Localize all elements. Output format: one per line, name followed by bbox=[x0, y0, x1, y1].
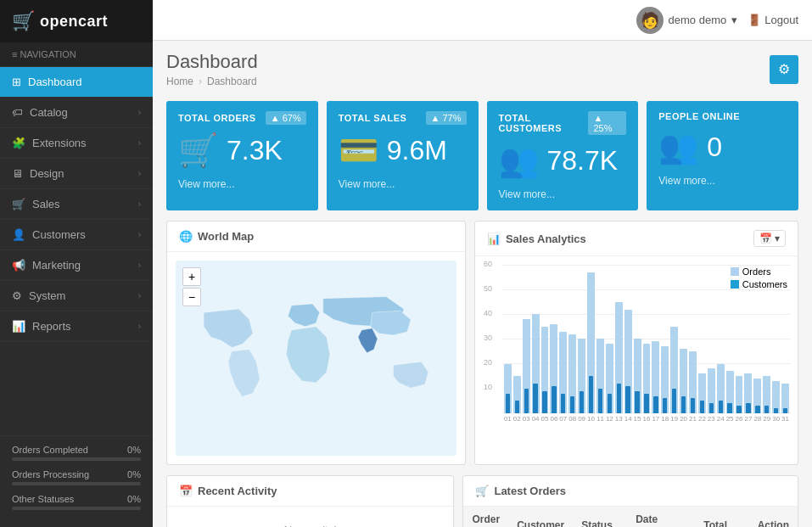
orders-table-head: Order IDCustomerStatusDate AddedTotalAct… bbox=[463, 507, 798, 527]
stat-card-title-people-online: PEOPLE ONLINE bbox=[658, 111, 740, 121]
chart-x-label-25: 26 bbox=[736, 415, 743, 423]
sidebar-item-customers[interactable]: 👤 Customers › bbox=[0, 220, 153, 250]
latest-orders-table-container: Order IDCustomerStatusDate AddedTotalAct… bbox=[463, 507, 798, 527]
sidebar-item-system[interactable]: ⚙ System › bbox=[0, 281, 153, 311]
breadcrumb: Home › Dashboard bbox=[166, 76, 258, 87]
breadcrumb-home[interactable]: Home bbox=[166, 76, 193, 87]
catalog-icon: 🏷 bbox=[12, 106, 23, 119]
stat-card-header-total-sales: TOTAL SALES ▲ 77% bbox=[339, 111, 467, 125]
bar-group-20 bbox=[689, 265, 697, 413]
username: demo demo bbox=[669, 14, 727, 26]
bar-group-24 bbox=[726, 265, 734, 413]
bar-customers-4 bbox=[542, 391, 546, 413]
chart-y-label-1: 50 bbox=[484, 284, 492, 293]
logout-label: Logout bbox=[764, 14, 798, 26]
stat-card-footer-people-online: View more... bbox=[658, 174, 787, 187]
bar-customers-27 bbox=[755, 406, 759, 413]
bar-customers-28 bbox=[764, 406, 769, 413]
breadcrumb-sep: › bbox=[199, 76, 202, 87]
sidebar-item-reports[interactable]: 📊 Reports › bbox=[0, 311, 153, 342]
stat-card-body-total-customers: 👥 78.7K bbox=[499, 142, 627, 179]
sidebar-item-marketing[interactable]: 📢 Marketing › bbox=[0, 250, 153, 281]
stat-card-icon-total-orders: 🛒 bbox=[178, 132, 218, 169]
reports-label: Reports bbox=[32, 320, 71, 333]
world-map-body: + − bbox=[167, 252, 465, 464]
logout-button[interactable]: 🚪 Logout bbox=[748, 14, 798, 26]
bar-group-4 bbox=[541, 265, 549, 413]
latest-orders-header: 🛒 Latest Orders bbox=[463, 476, 798, 507]
orders-col-total: Total bbox=[695, 507, 748, 527]
settings-button[interactable]: ⚙ bbox=[770, 55, 798, 84]
chart-container: OrdersCustomers 605040302010 bbox=[475, 256, 798, 451]
sidebar: 🛒 opencart ≡ NAVIGATION ⊞ Dashboard 🏷 Ca… bbox=[0, 0, 153, 527]
bar-group-17 bbox=[661, 265, 669, 413]
system-label: System bbox=[29, 289, 65, 302]
extensions-chevron: › bbox=[138, 138, 141, 148]
chart-x-label-15: 16 bbox=[643, 415, 651, 423]
world-map-container: + − bbox=[176, 261, 456, 456]
stat-card-link-total-customers[interactable]: View more... bbox=[499, 188, 555, 200]
bar-customers-2 bbox=[524, 389, 529, 413]
bar-group-12 bbox=[615, 265, 623, 413]
sidebar-item-catalog[interactable]: 🏷 Catalog › bbox=[0, 98, 153, 128]
catalog-label: Catalog bbox=[30, 106, 68, 119]
chart-x-label-26: 27 bbox=[744, 415, 752, 423]
stat-card-footer-total-sales: View more... bbox=[339, 177, 467, 190]
bar-customers-7 bbox=[570, 396, 574, 413]
chart-y-label-2: 40 bbox=[484, 309, 492, 317]
chart-x-label-29: 30 bbox=[772, 415, 780, 423]
world-map-svg bbox=[176, 261, 456, 456]
stat-card-body-total-orders: 🛒 7.3K bbox=[178, 132, 306, 169]
chart-x-label-23: 24 bbox=[717, 415, 725, 423]
stat-card-link-total-orders[interactable]: View more... bbox=[178, 178, 234, 190]
nav-header-text: ≡ NAVIGATION bbox=[12, 49, 76, 59]
chart-x-label-4: 05 bbox=[541, 415, 549, 423]
bottom-row: 📅 Recent Activity No results! 🛒 Latest O… bbox=[166, 475, 798, 527]
chart-x-label-6: 07 bbox=[559, 415, 567, 423]
calendar-button[interactable]: 📅 ▾ bbox=[753, 230, 786, 247]
bar-group-7 bbox=[568, 265, 576, 413]
bar-customers-5 bbox=[552, 386, 556, 413]
marketing-icon: 📢 bbox=[12, 259, 25, 272]
chart-x-labels: 0102030405060708091011121314151617181920… bbox=[502, 413, 791, 423]
recent-activity-empty: No results! bbox=[284, 524, 337, 527]
sales-chevron: › bbox=[138, 199, 141, 209]
stat-card-footer-total-orders: View more... bbox=[178, 177, 306, 190]
sidebar-item-dashboard[interactable]: ⊞ Dashboard bbox=[0, 67, 153, 98]
sidebar-item-design[interactable]: 🖥 Design › bbox=[0, 159, 153, 189]
sidebar-item-extensions[interactable]: 🧩 Extensions › bbox=[0, 128, 153, 159]
design-label: Design bbox=[30, 167, 64, 180]
chart-x-label-22: 23 bbox=[708, 415, 715, 423]
stat-card-header-total-customers: TOTAL CUSTOMERS ▲ 25% bbox=[499, 111, 627, 135]
latest-orders-title: Latest Orders bbox=[494, 485, 566, 497]
stat-bar-track-2 bbox=[12, 507, 141, 510]
chart-x-label-8: 09 bbox=[578, 415, 585, 423]
chart-y-label-3: 30 bbox=[484, 334, 492, 342]
stat-bar-value-2: 0% bbox=[127, 494, 141, 504]
reports-chevron: › bbox=[138, 322, 141, 331]
topbar-user[interactable]: 🧑 demo demo ▾ bbox=[636, 7, 738, 34]
chart-x-label-28: 29 bbox=[763, 415, 770, 423]
orders-col-status: Status bbox=[573, 507, 627, 527]
bar-group-18 bbox=[670, 265, 678, 413]
stat-card-total-customers: TOTAL CUSTOMERS ▲ 25% 👥 78.7K View more.… bbox=[487, 101, 639, 210]
stat-bar-label-2: Other Statuses bbox=[12, 494, 74, 504]
sidebar-item-sales[interactable]: 🛒 Sales › bbox=[0, 189, 153, 220]
bar-customers-8 bbox=[580, 391, 584, 413]
stat-bar-label-1: Orders Processing bbox=[12, 469, 89, 479]
chart-x-label-19: 20 bbox=[680, 415, 687, 423]
stat-card-link-total-sales[interactable]: View more... bbox=[339, 178, 395, 190]
sales-analytics-header: 📊 Sales Analytics 📅 ▾ bbox=[475, 221, 798, 256]
stat-card-link-people-online[interactable]: View more... bbox=[658, 175, 714, 187]
extensions-label: Extensions bbox=[32, 137, 87, 149]
page-title: Dashboard bbox=[166, 51, 258, 73]
bar-group-23 bbox=[717, 265, 725, 413]
bar-customers-24 bbox=[727, 403, 731, 413]
customers-icon: 👤 bbox=[12, 228, 25, 241]
latest-orders-icon: 🛒 bbox=[475, 485, 489, 497]
avatar: 🧑 bbox=[636, 7, 664, 34]
bar-group-5 bbox=[550, 265, 557, 413]
bar-customers-10 bbox=[598, 389, 602, 413]
stat-card-total-orders: TOTAL ORDERS ▲ 67% 🛒 7.3K View more... bbox=[166, 101, 318, 210]
recent-activity-title: Recent Activity bbox=[198, 485, 277, 497]
